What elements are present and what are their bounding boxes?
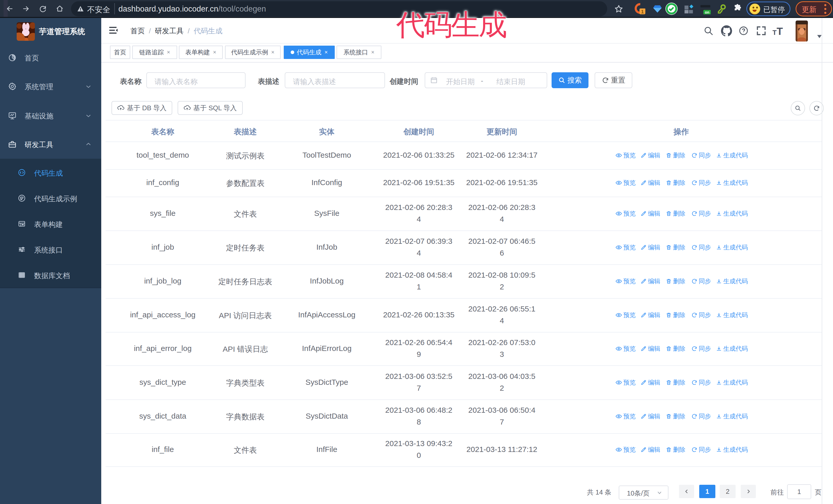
svg-text:1: 1 [641, 9, 644, 14]
svg-text:on: on [705, 10, 710, 14]
